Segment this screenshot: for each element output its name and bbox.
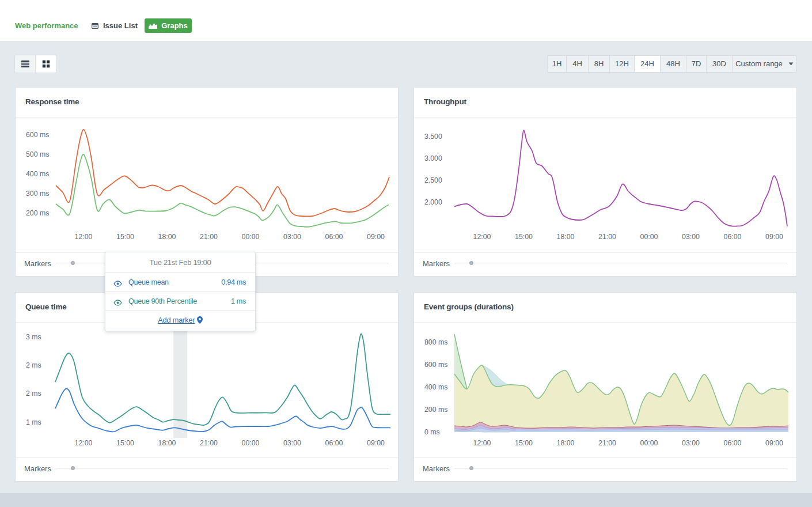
svg-text:09:00: 09:00 <box>765 439 783 447</box>
svg-text:09:00: 09:00 <box>367 439 385 447</box>
svg-text:200 ms: 200 ms <box>26 209 49 217</box>
svg-text:00:00: 00:00 <box>242 233 260 241</box>
svg-text:21:00: 21:00 <box>200 439 218 447</box>
svg-text:200 ms: 200 ms <box>424 406 447 414</box>
svg-text:06:00: 06:00 <box>724 233 742 241</box>
svg-text:18:00: 18:00 <box>557 439 575 447</box>
svg-text:2.500: 2.500 <box>424 176 442 184</box>
svg-text:300 ms: 300 ms <box>26 190 49 198</box>
svg-text:2 ms: 2 ms <box>26 361 41 369</box>
svg-text:12:00: 12:00 <box>473 439 491 447</box>
svg-text:18:00: 18:00 <box>557 233 575 241</box>
svg-text:600 ms: 600 ms <box>26 131 49 139</box>
svg-text:3.500: 3.500 <box>424 133 442 141</box>
svg-text:03:00: 03:00 <box>682 439 700 447</box>
svg-text:400 ms: 400 ms <box>424 383 447 391</box>
svg-text:15:00: 15:00 <box>515 439 533 447</box>
svg-text:18:00: 18:00 <box>158 233 176 241</box>
svg-text:12:00: 12:00 <box>473 233 491 241</box>
svg-text:3 ms: 3 ms <box>26 333 41 341</box>
svg-text:09:00: 09:00 <box>367 233 385 241</box>
svg-text:03:00: 03:00 <box>283 233 301 241</box>
svg-text:1 ms: 1 ms <box>26 418 41 426</box>
svg-text:09:00: 09:00 <box>765 233 783 241</box>
svg-text:400 ms: 400 ms <box>26 170 49 178</box>
svg-text:00:00: 00:00 <box>640 233 658 241</box>
svg-text:15:00: 15:00 <box>515 233 533 241</box>
svg-text:2 ms: 2 ms <box>26 389 41 398</box>
svg-text:15:00: 15:00 <box>116 439 134 447</box>
svg-text:03:00: 03:00 <box>682 233 700 241</box>
svg-text:3.000: 3.000 <box>424 154 442 162</box>
svg-text:21:00: 21:00 <box>598 439 616 447</box>
svg-text:500 ms: 500 ms <box>26 150 49 158</box>
svg-text:18:00: 18:00 <box>158 439 176 447</box>
svg-text:12:00: 12:00 <box>75 439 93 447</box>
svg-text:12:00: 12:00 <box>75 233 93 241</box>
svg-text:15:00: 15:00 <box>116 233 134 241</box>
svg-text:06:00: 06:00 <box>325 439 343 447</box>
svg-text:0 ms: 0 ms <box>424 428 440 436</box>
svg-text:00:00: 00:00 <box>242 439 260 447</box>
svg-text:21:00: 21:00 <box>200 233 218 241</box>
svg-text:600 ms: 600 ms <box>424 361 447 369</box>
svg-text:06:00: 06:00 <box>325 233 343 241</box>
svg-text:800 ms: 800 ms <box>424 338 447 346</box>
svg-text:21:00: 21:00 <box>598 233 616 241</box>
svg-text:03:00: 03:00 <box>283 439 301 447</box>
svg-text:00:00: 00:00 <box>640 439 658 447</box>
svg-text:06:00: 06:00 <box>724 439 742 447</box>
svg-text:2.000: 2.000 <box>424 198 442 206</box>
